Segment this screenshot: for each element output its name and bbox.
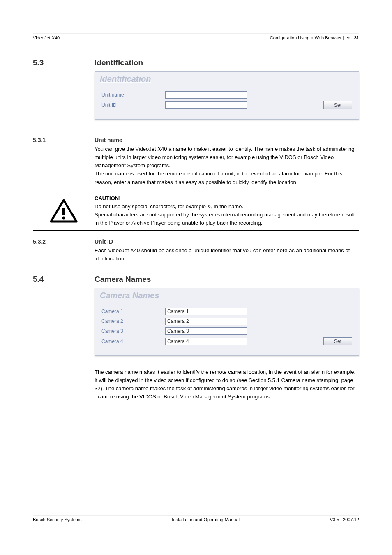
row-camera-1: Camera 1: [101, 308, 352, 315]
page-number: 31: [354, 35, 359, 40]
header-right: Configuration Using a Web Browser | en 3…: [270, 35, 359, 40]
label-unit-name: Unit name: [101, 92, 165, 98]
svg-rect-0: [62, 208, 65, 215]
footer-right: V3.5 | 2007.12: [330, 517, 359, 522]
section-5-3: 5.3 Identification Identification Unit n…: [33, 58, 359, 127]
row-camera-3: Camera 3: [101, 327, 352, 335]
section-title: Camera Names: [95, 275, 359, 284]
svg-point-1: [62, 217, 65, 220]
row-unit-id: Unit ID Set: [101, 101, 352, 109]
paragraph: You can give the VideoJet X40 a name to …: [95, 145, 359, 170]
row-camera-4: Camera 4 Set: [101, 337, 352, 345]
caution-block: CAUTION! Do not use any special characte…: [33, 191, 359, 231]
section-title: Unit name: [95, 137, 359, 143]
section-number: 5.4: [33, 275, 95, 407]
panel-title: Camera Names: [95, 288, 359, 301]
set-button[interactable]: Set: [323, 337, 352, 345]
input-camera-2[interactable]: [165, 318, 247, 325]
row-camera-2: Camera 2: [101, 318, 352, 325]
caution-line-1: Do not use any special characters, for e…: [95, 203, 359, 211]
input-camera-1[interactable]: [165, 308, 247, 315]
header-left: VideoJet X40: [33, 35, 60, 40]
section-number: 5.3: [33, 58, 95, 127]
input-unit-id[interactable]: [165, 101, 247, 109]
panel-title: Identification: [95, 72, 359, 85]
input-camera-3[interactable]: [165, 327, 247, 335]
footer-center: Installation and Operating Manual: [172, 517, 240, 522]
page-header: VideoJet X40 Configuration Using a Web B…: [33, 33, 359, 43]
set-button[interactable]: Set: [323, 101, 352, 109]
paragraph: The unit name is used for the remote ide…: [95, 170, 359, 186]
input-unit-name[interactable]: [165, 91, 247, 99]
caution-line-2: Special characters are not supported by …: [95, 211, 359, 227]
section-5-3-2: 5.3.2 Unit ID Each VideoJet X40 should b…: [33, 238, 359, 263]
label-camera-4: Camera 4: [101, 339, 165, 344]
section-title: Unit ID: [95, 238, 359, 245]
label-camera-2: Camera 2: [101, 318, 165, 324]
section-title: Identification: [95, 58, 359, 67]
section-5-3-1: 5.3.1 Unit name You can give the VideoJe…: [33, 137, 359, 187]
camera-names-panel: Camera Names Camera 1 Camera 2 Camera 3: [95, 288, 359, 356]
label-camera-3: Camera 3: [101, 328, 165, 334]
paragraph: Each VideoJet X40 should be assigned a u…: [95, 246, 359, 263]
footer-left: Bosch Security Systems: [33, 517, 82, 522]
identification-panel: Identification Unit name Unit ID Set: [95, 71, 359, 120]
caution-icon: [33, 193, 95, 229]
label-unit-id: Unit ID: [101, 102, 165, 108]
section-5-4: 5.4 Camera Names Camera Names Camera 1 C…: [33, 275, 359, 407]
section-number: 5.3.1: [33, 137, 95, 187]
section-number: 5.3.2: [33, 238, 95, 263]
paragraph: The camera name makes it easier to ident…: [95, 368, 359, 401]
caution-title: CAUTION!: [95, 194, 359, 203]
label-camera-1: Camera 1: [101, 309, 165, 314]
page-footer: Bosch Security Systems Installation and …: [33, 515, 359, 522]
row-unit-name: Unit name: [101, 91, 352, 99]
input-camera-4[interactable]: [165, 338, 247, 345]
